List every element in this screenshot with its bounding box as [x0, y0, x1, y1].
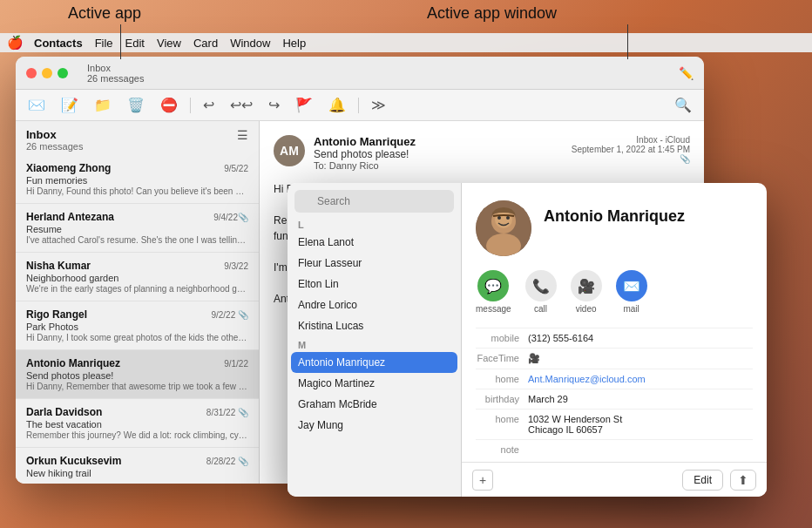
mail-preview: Hi Danny, I took some great photos of th… [26, 333, 248, 342]
contact-action-buttons: 💬 message 📞 call 🎥 video ✉️ mail [476, 270, 753, 314]
field-label-address: home [476, 414, 528, 435]
call-action[interactable]: 📞 call [525, 270, 557, 314]
notification-icon[interactable]: 🔔 [325, 95, 349, 115]
more-icon[interactable]: ≫ [368, 95, 389, 115]
mail-toolbar: ✉️ 📝 📁 🗑️ ⛔ ↩ ↩↩ ↪ 🚩 🔔 ≫ 🔍 [16, 90, 704, 121]
mail-item[interactable]: Nisha Kumar 9/3/22 Neighborhood garden W… [16, 253, 259, 301]
flag-icon[interactable]: 🚩 [292, 95, 316, 115]
contact-list-item[interactable]: Graham McBride [288, 394, 461, 415]
mail-action[interactable]: ✉️ mail [616, 270, 647, 314]
menubar: 🍎 Contacts File Edit View Card Window He… [0, 33, 812, 52]
contact-list-item[interactable]: Fleur Lasseur [288, 253, 461, 274]
mail-item-selected[interactable]: Antonio Manriquez 9/1/22 Send photos ple… [16, 350, 259, 399]
message-icon: 💬 [477, 270, 509, 301]
svg-point-4 [497, 216, 501, 220]
archive-icon[interactable]: 📁 [91, 95, 115, 115]
field-label-mobile: mobile [476, 333, 528, 343]
menu-contacts[interactable]: Contacts [34, 37, 83, 50]
mail-sender-name: Antonio Manriquez [314, 135, 563, 148]
compose-icon[interactable]: 📝 [58, 95, 82, 115]
contact-field-note: note [476, 439, 753, 459]
mail-preview: We're in the early stages of planning a … [26, 284, 248, 294]
mail-preview: I've attached Carol's resume. She's the … [26, 235, 248, 245]
video-icon: 🎥 [571, 270, 602, 301]
inbox-count: 26 messages [87, 73, 144, 84]
compose-icon[interactable]: ✏️ [679, 66, 694, 80]
field-label-note: note [476, 444, 528, 455]
contacts-window: 🔍 L Elena Lanot Fleur Lasseur Elton Lin … [288, 183, 767, 497]
maximize-button[interactable] [58, 68, 68, 78]
contact-list-item-selected[interactable]: Antonio Manriquez [291, 352, 457, 373]
contact-detail-top: Antonio Manriquez [476, 200, 753, 256]
menu-edit[interactable]: Edit [125, 37, 145, 50]
search-wrapper: 🔍 [294, 190, 454, 213]
contact-list-item[interactable]: Magico Martinez [288, 373, 461, 394]
section-label-m: M [288, 336, 461, 352]
sender-avatar: AM [274, 135, 305, 166]
sender-name: Nisha Kumar [26, 260, 91, 272]
contact-list-item[interactable]: Kristina Lucas [288, 315, 461, 336]
sender-name: Orkun Kucuksevim [26, 455, 121, 467]
annotation-line-2 [627, 24, 628, 59]
annotation-line-1 [120, 24, 121, 59]
mail-date: 9/5/22 [224, 164, 248, 173]
add-contact-button[interactable]: + [472, 470, 493, 491]
field-value-facetime: 🎥 [528, 353, 753, 364]
field-label-birthday: birthday [476, 394, 528, 404]
mail-item[interactable]: Xiaomeng Zhong 9/5/22 Fun memories Hi Da… [16, 155, 259, 204]
contact-list-item[interactable]: Jay Mung [288, 415, 461, 436]
mail-date: 8/28/22 📎 [206, 457, 248, 466]
new-message-icon[interactable]: ✉️ [24, 95, 49, 115]
close-button[interactable] [26, 68, 37, 78]
reply-all-icon[interactable]: ↩↩ [227, 95, 256, 115]
field-label-facetime: FaceTime [476, 353, 528, 364]
message-label: message [476, 304, 511, 314]
toolbar-separator [190, 98, 191, 113]
forward-icon[interactable]: ↪ [265, 95, 283, 115]
contact-list-item[interactable]: Elton Lin [288, 274, 461, 294]
contacts-search-bar: 🔍 [288, 183, 461, 216]
mail-date: 9/4/22 📎 [213, 213, 248, 222]
message-action[interactable]: 💬 message [476, 270, 511, 314]
menu-file[interactable]: File [95, 37, 113, 50]
mail-date: 9/3/22 [224, 261, 248, 271]
share-contact-button[interactable]: ⬆ [730, 470, 756, 491]
field-value-note [528, 444, 753, 455]
field-value-email[interactable]: Ant.Manriquez@icloud.com [528, 374, 753, 384]
reply-icon[interactable]: ↩ [200, 95, 218, 115]
mail-to-line: To: Danny Rico [314, 160, 563, 171]
menu-card[interactable]: Card [193, 37, 218, 50]
attachment-icon: 📎 [572, 154, 690, 164]
menu-help[interactable]: Help [282, 37, 306, 50]
delete-icon[interactable]: 🗑️ [124, 95, 148, 115]
mail-item[interactable]: Darla Davidson 8/31/22 📎 The best vacati… [16, 399, 259, 448]
edit-contact-button[interactable]: Edit [682, 470, 723, 491]
apple-menu-icon[interactable]: 🍎 [7, 35, 24, 51]
contact-field-email: home Ant.Manriquez@icloud.com [476, 369, 753, 389]
mail-item[interactable]: Herland Antezana 9/4/22 📎 Resume I've at… [16, 204, 259, 253]
call-icon: 📞 [525, 270, 557, 301]
contact-list-item[interactable]: Andre Lorico [288, 294, 461, 315]
mail-item[interactable]: Rigo Rangel 9/2/22 📎 Park Photos Hi Dann… [16, 301, 259, 350]
mail-item[interactable]: Orkun Kucuksevim 8/28/22 📎 New hiking tr… [16, 448, 259, 484]
toolbar-separator-2 [358, 98, 359, 113]
search-input[interactable] [294, 190, 454, 213]
mail-subject: Resume [26, 224, 248, 234]
contact-list-item[interactable]: Elena Lanot [288, 232, 461, 253]
contact-field-mobile: mobile (312) 555-6164 [476, 328, 753, 348]
mail-subject: Fun memories [26, 175, 248, 186]
contacts-detail-panel: Antonio Manriquez 💬 message 📞 call 🎥 vid… [462, 183, 767, 497]
minimize-button[interactable] [42, 68, 52, 78]
video-label: video [576, 304, 597, 314]
menu-view[interactable]: View [157, 37, 181, 50]
field-value-birthday: March 29 [528, 394, 753, 404]
avatar-image [476, 200, 531, 256]
menu-window[interactable]: Window [230, 37, 270, 50]
junk-icon[interactable]: ⛔ [157, 95, 181, 115]
inbox-count-label: 26 messages [26, 141, 83, 152]
mail-sidebar: Inbox 26 messages ☰ Xiaomeng Zhong 9/5/2… [16, 121, 260, 484]
video-action[interactable]: 🎥 video [571, 270, 602, 314]
search-icon[interactable]: 🔍 [671, 95, 695, 115]
filter-icon[interactable]: ☰ [237, 128, 248, 142]
mail-date: 9/2/22 📎 [211, 310, 248, 320]
